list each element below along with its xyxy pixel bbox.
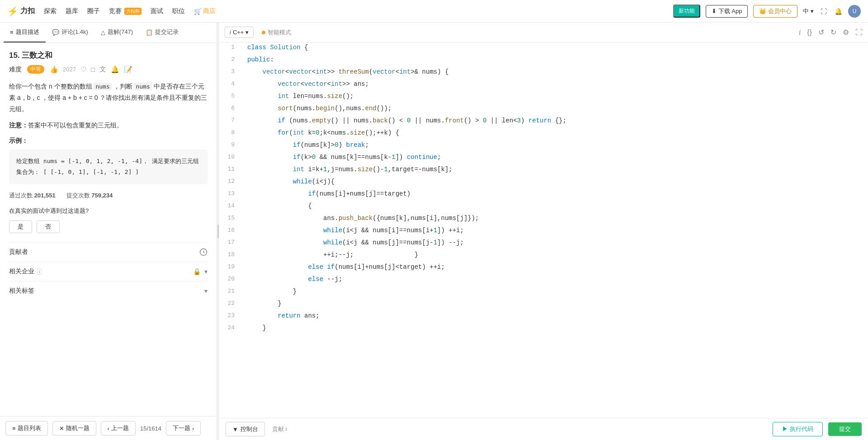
code-line-1[interactable]: 1class Solution { [219, 42, 868, 55]
favorite-icon[interactable]: ♡ [80, 66, 86, 74]
run-code-button[interactable]: ▶ 执行代码 [773, 422, 823, 436]
code-line-23[interactable]: 23 return ans; [219, 311, 868, 323]
smart-mode-toggle[interactable]: 智能模式 [258, 27, 295, 38]
line-content: for(int k=0;k<nums.size();++k) { [240, 128, 868, 138]
console-button[interactable]: ▼ 控制台 [226, 422, 265, 436]
line-number: 7 [219, 116, 240, 125]
chevron-left-icon: ‹ [108, 425, 109, 432]
shuffle-icon: ✕ [59, 425, 64, 432]
download-app-button[interactable]: ⬇ 下载 App [706, 5, 748, 18]
code-line-3[interactable]: 3 vector<vector<int>> threeSum(vector<in… [219, 67, 868, 79]
translate-icon[interactable]: 文 [99, 65, 106, 74]
lock-icon: 🔒 [193, 268, 201, 275]
vip-center-button[interactable]: 👑 会员中心 [753, 5, 797, 18]
code-line-2[interactable]: 2public: [219, 55, 868, 67]
code-line-5[interactable]: 5 int len=nums.size(); [219, 91, 868, 103]
nav-problems[interactable]: 题库 [66, 7, 78, 15]
like-count: 2027 [63, 66, 76, 73]
code-line-9[interactable]: 9 if(nums[k]>0) break; [219, 140, 868, 152]
code-line-24[interactable]: 24 } [219, 323, 868, 335]
nav-contest[interactable]: 竞赛 力扣杯 [109, 7, 142, 15]
code-icon: i [230, 29, 231, 36]
next-button[interactable]: 下一题 › [166, 421, 201, 435]
code-line-21[interactable]: 21 } [219, 286, 868, 299]
tab-description[interactable]: ≡ 题目描述 [4, 23, 46, 42]
code-line-14[interactable]: 14 { [219, 201, 868, 213]
code-line-13[interactable]: 13 if(nums[i]+nums[j]==target) [219, 189, 868, 201]
nav-shop[interactable]: 🛒 商店 [194, 7, 216, 15]
new-feature-button[interactable]: 新功能 [673, 5, 700, 18]
line-content: } [240, 286, 868, 296]
yes-button[interactable]: 是 [9, 220, 32, 233]
undo-icon[interactable]: ↺ [818, 28, 824, 37]
nav-interview[interactable]: 面试 [151, 7, 163, 15]
code-line-19[interactable]: 19 else if(nums[i]+nums[j]<target) ++i; [219, 262, 868, 274]
line-content: else if(nums[i]+nums[j]<target) ++i; [240, 262, 868, 272]
code-line-12[interactable]: 12 while(i<j){ [219, 177, 868, 189]
nav-right: 新功能 ⬇ 下载 App 👑 会员中心 中 ▾ ⛶ 🔔 U [673, 5, 861, 18]
example-label: 示例： [9, 137, 208, 145]
list-icon: ≡ [12, 425, 16, 432]
tags-label: 相关标签 [9, 287, 34, 295]
code-line-4[interactable]: 4 vector<vector<int>> ans; [219, 79, 868, 91]
settings-icon[interactable]: ⚙ [843, 28, 849, 37]
redo-icon[interactable]: ↻ [830, 28, 836, 37]
code-line-15[interactable]: 15 ans.push_back({nums[k],nums[i],nums[j… [219, 213, 868, 225]
tab-submissions[interactable]: 📋 提交记录 [139, 23, 185, 42]
submit-button[interactable]: 提交 [828, 422, 862, 436]
top-nav: ⚡ 力扣 探索 题库 圈子 竞赛 力扣杯 面试 职位 🛒 商店 新功能 ⬇ 下载… [0, 0, 868, 23]
code-line-10[interactable]: 10 if(k>0 && nums[k]==nums[k-1]) continu… [219, 152, 868, 164]
companies-icons[interactable]: 🔒 ▾ [193, 268, 208, 275]
line-number: 14 [219, 201, 240, 211]
code-line-7[interactable]: 7 if (nums.empty() || nums.back() < 0 ||… [219, 116, 868, 128]
code-line-8[interactable]: 8 for(int k=0;k<nums.size();++k) { [219, 128, 868, 140]
tags-chevron[interactable]: ▾ [204, 287, 208, 295]
code-line-11[interactable]: 11 int i=k+1,j=nums.size()-1,target=-num… [219, 164, 868, 177]
contributors-icon[interactable] [199, 248, 208, 256]
line-content: else --j; [240, 274, 868, 284]
code-line-17[interactable]: 17 while(i<j && nums[j]==nums[j-1]) --j; [219, 238, 868, 250]
braces-icon[interactable]: {} [807, 28, 812, 37]
contribute-button[interactable]: 贡献 i [270, 422, 289, 436]
like-icon[interactable]: 👍 [50, 66, 58, 74]
tab-comments[interactable]: 💬 评论(1.4k) [46, 23, 94, 42]
main-layout: ≡ 题目描述 💬 评论(1.4k) △ 题解(747) 📋 提交记录 15. 三… [0, 23, 868, 440]
problem-note: 注意：答案中不可以包含重复的三元组。 [9, 122, 208, 130]
code-line-16[interactable]: 16 while(i<j && nums[i]==nums[i+1]) ++i; [219, 225, 868, 238]
panel-divider[interactable] [217, 23, 219, 440]
code-line-22[interactable]: 22 } [219, 299, 868, 311]
remind-icon[interactable]: 🔔 [111, 66, 119, 74]
code-line-18[interactable]: 18 ++i;--j; } [219, 250, 868, 262]
submit-stat: 提交次数 759,234 [66, 192, 113, 200]
prev-button[interactable]: ‹ 上一题 [101, 421, 136, 435]
line-content: ans.push_back({nums[k],nums[i],nums[j]})… [240, 213, 868, 223]
tab-solutions[interactable]: △ 题解(747) [94, 23, 139, 42]
code-line-20[interactable]: 20 else --j; [219, 274, 868, 286]
nav-explore[interactable]: 探索 [44, 7, 57, 15]
line-content: if(nums[i]+nums[j]==target) [240, 189, 868, 199]
info-icon[interactable]: i [799, 28, 801, 37]
line-content: vector<vector<int>> threeSum(vector<int>… [240, 67, 868, 77]
expand-icon[interactable]: ⛶ [855, 28, 863, 37]
language-switcher[interactable]: 中 ▾ [803, 7, 814, 15]
code-line-6[interactable]: 6 sort(nums.begin(),nums.end()); [219, 103, 868, 116]
nav-circle[interactable]: 圈子 [87, 7, 100, 15]
random-problem-button[interactable]: ✕ 随机一题 [52, 421, 96, 435]
code-editor[interactable]: 1class Solution {2public:3 vector<vector… [219, 42, 868, 418]
nav-jobs[interactable]: 职位 [172, 7, 185, 15]
share-icon[interactable]: □ [91, 66, 95, 73]
left-panel: ≡ 题目描述 💬 评论(1.4k) △ 题解(747) 📋 提交记录 15. 三… [0, 23, 217, 440]
line-number: 9 [219, 140, 240, 150]
no-button[interactable]: 否 [37, 220, 60, 233]
logo[interactable]: ⚡ 力扣 [7, 6, 35, 17]
language-select[interactable]: i C++ ▾ [225, 27, 254, 38]
line-content: vector<vector<int>> ans; [240, 79, 868, 89]
avatar[interactable]: U [848, 5, 861, 18]
notification-icon[interactable]: 🔔 [834, 7, 843, 16]
fullscreen-icon[interactable]: ⛶ [819, 7, 828, 16]
right-top-bar: i C++ ▾ 智能模式 i {} ↺ ↻ ⚙ ⛶ [219, 23, 868, 42]
chevron-right-icon: › [192, 425, 194, 432]
line-content: } [240, 323, 868, 333]
problem-list-button[interactable]: ≡ 题目列表 [5, 421, 48, 435]
notes-icon[interactable]: 📝 [124, 66, 132, 74]
